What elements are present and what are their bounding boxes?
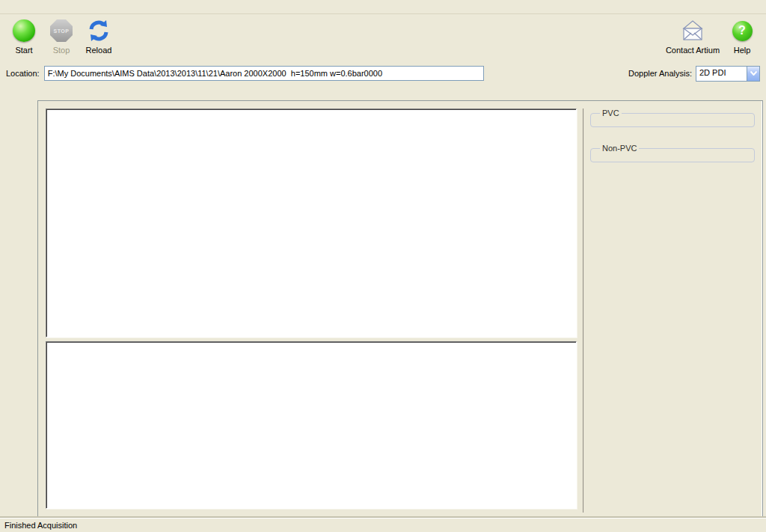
start-button[interactable]: Start	[7, 17, 40, 55]
doppler-analysis-value: 2D PDI	[696, 67, 747, 81]
toolbar: Start STOP Stop Reload Contact Artium ?	[0, 14, 766, 64]
location-input[interactable]	[44, 66, 484, 81]
reload-button-label: Reload	[86, 46, 112, 55]
reload-button[interactable]: Reload	[82, 17, 115, 55]
status-text: Finished Acquisition	[4, 521, 77, 530]
tab-panel: PVC Non-PVC	[37, 100, 763, 518]
nonpvc-stats-title: Non-PVC	[600, 144, 639, 153]
pvc-volume-plot	[46, 109, 573, 337]
left-sidebar	[0, 84, 36, 518]
pvc-stats-title: PVC	[600, 108, 622, 117]
stop-icon: STOP	[50, 19, 73, 42]
tab-strip	[37, 85, 763, 101]
stats-column: PVC Non-PVC	[583, 108, 758, 513]
status-bar: Finished Acquisition	[0, 518, 766, 532]
doppler-analysis-select[interactable]: 2D PDI	[696, 66, 760, 82]
reload-icon	[87, 19, 111, 43]
main-area: PVC Non-PVC	[0, 84, 766, 518]
doppler-analysis-label: Doppler Analysis:	[628, 69, 692, 78]
start-icon	[13, 19, 35, 42]
content-area: PVC Non-PVC	[37, 84, 763, 518]
nonpvc-volume-chart	[46, 341, 577, 509]
contact-artium-label: Contact Artium	[666, 46, 720, 55]
stop-button-label: Stop	[53, 46, 70, 55]
chevron-down-icon	[750, 71, 757, 76]
charts-column	[46, 108, 577, 513]
stop-button[interactable]: STOP Stop	[45, 17, 78, 55]
pvc-volume-chart	[46, 108, 577, 337]
nonpvc-stats-group: Non-PVC	[590, 144, 755, 162]
help-icon: ?	[732, 21, 753, 41]
dropdown-arrow-button[interactable]	[747, 67, 759, 81]
envelope-icon	[680, 19, 705, 42]
help-button[interactable]: ? Help	[726, 17, 759, 55]
menu-bar	[0, 0, 766, 14]
location-row: Location: Doppler Analysis: 2D PDI	[0, 64, 766, 83]
start-button-label: Start	[15, 46, 32, 55]
location-label: Location:	[6, 69, 40, 78]
pvc-stats-group: PVC	[590, 108, 755, 127]
nonpvc-volume-plot	[46, 342, 573, 508]
help-button-label: Help	[734, 46, 751, 55]
contact-artium-button[interactable]: Contact Artium	[664, 17, 721, 55]
